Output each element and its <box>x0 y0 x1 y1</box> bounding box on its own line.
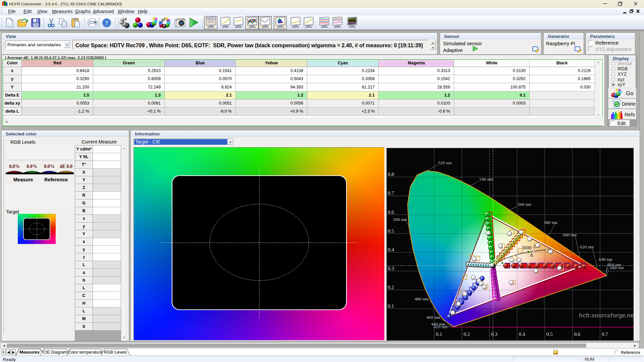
svg-text:Color temperature: Color temperature <box>68 350 102 355</box>
svg-text:520 nm: 520 nm <box>438 160 452 165</box>
svg-text:640 nm: 640 nm <box>599 257 612 262</box>
svg-text:0.6: 0.6 <box>574 331 581 337</box>
svg-text:600 nm: 600 nm <box>563 232 577 237</box>
svg-text:0.8: 0.8 <box>388 172 394 177</box>
svg-text:0.0%: 0.0% <box>26 164 37 169</box>
svg-text:500 nm: 500 nm <box>393 217 407 222</box>
svg-text:A: A <box>530 252 533 258</box>
svg-text:460 nm: 460 nm <box>426 315 440 320</box>
svg-text:hcfr.sourceforge.net: hcfr.sourceforge.net <box>579 312 634 319</box>
svg-text:Measures: Measures <box>19 350 40 355</box>
svg-text:580 nm: 580 nm <box>544 220 557 225</box>
svg-text:0.3: 0.3 <box>491 331 497 337</box>
svg-text:RGB Levels: RGB Levels <box>104 350 127 355</box>
svg-text:0.5: 0.5 <box>546 331 553 337</box>
svg-text:680 nm: 680 nm <box>610 265 624 270</box>
svg-text:dE 0.0: dE 0.0 <box>60 164 72 169</box>
svg-text:2: 2 <box>533 244 536 249</box>
svg-text:0.0%: 0.0% <box>9 164 20 169</box>
svg-text:560 nm: 560 nm <box>518 202 531 207</box>
svg-text:540 nm: 540 nm <box>479 177 493 182</box>
svg-text:0.7: 0.7 <box>388 190 394 196</box>
svg-text:420 nm: 420 nm <box>434 324 447 329</box>
svg-text:480 nm: 480 nm <box>415 296 428 301</box>
svg-text:0.1: 0.1 <box>436 331 442 337</box>
svg-text:0.5: 0.5 <box>388 228 394 234</box>
svg-text:0.7: 0.7 <box>602 331 608 337</box>
svg-text:0.3: 0.3 <box>388 266 394 271</box>
svg-text:CIE Diagram: CIE Diagram <box>43 350 67 355</box>
svg-text:620 nm: 620 nm <box>580 244 594 249</box>
svg-text:0.1: 0.1 <box>388 303 394 309</box>
svg-text:0.6: 0.6 <box>388 209 394 215</box>
svg-text:0.0%: 0.0% <box>44 164 55 169</box>
svg-text:0.4: 0.4 <box>519 331 525 337</box>
svg-text:?: ? <box>105 20 108 26</box>
svg-text:3000: 3000 <box>522 245 532 250</box>
svg-text:0.4: 0.4 <box>388 247 394 252</box>
svg-text:0.2: 0.2 <box>388 285 394 290</box>
svg-text:0.2: 0.2 <box>464 331 470 337</box>
